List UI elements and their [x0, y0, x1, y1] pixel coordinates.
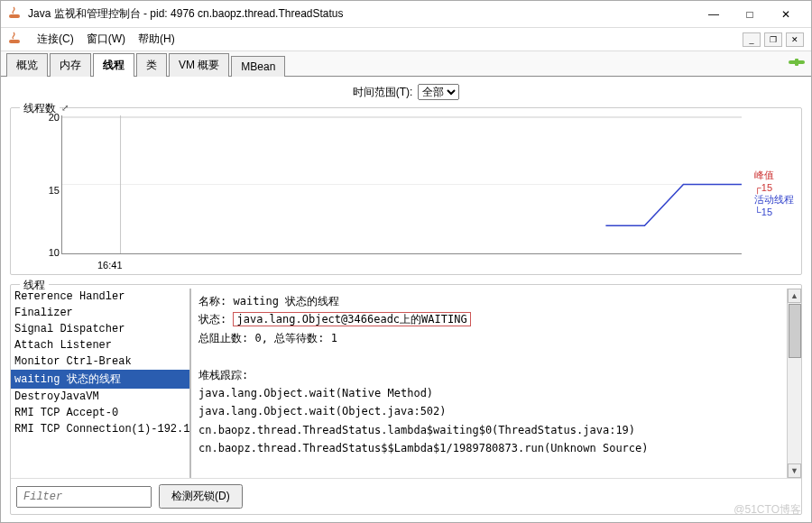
chart-area: 20 15 10 16:41 峰值 ┌15 活动线程	[61, 115, 742, 271]
time-range-bar: 时间范围(T): 全部	[1, 77, 811, 107]
content-area: 时间范围(T): 全部 线程数 ⤢ 20 15 10	[1, 77, 811, 522]
thread-list-item[interactable]: RMI TCP Connection(1)-192.168.	[11, 421, 189, 437]
detail-status-value: java.lang.Object@3466eadc上的WAITING	[233, 312, 470, 326]
mdi-minimize-button[interactable]: _	[743, 32, 761, 47]
peak-value: ┌15	[754, 182, 794, 193]
threads-panel-title: 线程	[20, 278, 49, 293]
stack-line: java.lang.Object.wait(Object.java:502)	[198, 402, 780, 420]
tab-threads[interactable]: 线程	[93, 53, 134, 77]
menu-connect[interactable]: 连接(C)	[37, 32, 74, 47]
x-tick: 16:41	[97, 260, 123, 271]
tab-mbean[interactable]: MBean	[231, 56, 285, 77]
y-axis: 20 15 10	[34, 115, 60, 254]
scroll-down-icon[interactable]: ▼	[788, 463, 801, 478]
threads-footer: 检测死锁(D)	[11, 478, 801, 514]
connection-status-icon	[788, 56, 806, 71]
time-range-select[interactable]: 全部	[418, 84, 459, 100]
main-window: Java 监视和管理控制台 - pid: 4976 cn.baopz.threa…	[0, 0, 812, 523]
menubar: 连接(C) 窗口(W) 帮助(H) _ ❐ ✕	[1, 28, 811, 51]
thread-list-item[interactable]: Signal Dispatcher	[11, 321, 189, 337]
mdi-restore-button[interactable]: ❐	[764, 32, 782, 47]
java-icon	[8, 31, 23, 48]
stack-line: java.lang.Object.wait(Native Method)	[198, 384, 780, 402]
mdi-close-button[interactable]: ✕	[786, 32, 804, 47]
live-label: 活动线程	[754, 193, 794, 206]
expand-icon[interactable]: ⤢	[61, 103, 69, 113]
close-button[interactable]: ✕	[768, 4, 804, 25]
detail-status-label: 状态:	[198, 313, 226, 326]
thread-detail: 名称: waiting 状态的线程状态: java.lang.Object@34…	[191, 289, 787, 478]
peak-label: 峰值	[754, 169, 794, 182]
mdi-buttons: _ ❐ ✕	[743, 32, 804, 47]
detail-wait-label: 总等待数:	[274, 332, 324, 344]
threads-panel: 线程 Reference HandlerFinalizerSignal Disp…	[10, 284, 802, 515]
thread-list-item[interactable]: DestroyJavaVM	[11, 389, 189, 405]
chart-plot[interactable]	[61, 115, 742, 254]
tab-classes[interactable]: 类	[136, 53, 167, 77]
tabbar: 概览 内存 线程 类 VM 概要 MBean	[1, 51, 811, 77]
stack-line: cn.baopz.thread.ThreadStatus.lambda$wait…	[198, 421, 780, 439]
thread-list-item[interactable]: waiting 状态的线程	[11, 370, 189, 389]
stack-label: 堆栈跟踪:	[198, 366, 780, 384]
tab-vm[interactable]: VM 概要	[169, 53, 229, 77]
detail-block-label: 总阻止数:	[198, 332, 248, 344]
thread-list[interactable]: Reference HandlerFinalizerSignal Dispatc…	[11, 289, 191, 478]
y-tick: 20	[49, 112, 60, 123]
minimize-button[interactable]: —	[696, 4, 732, 25]
menu-help[interactable]: 帮助(H)	[138, 32, 175, 47]
scroll-up-icon[interactable]: ▲	[788, 289, 801, 303]
thread-list-item[interactable]: Monitor Ctrl-Break	[11, 353, 189, 370]
y-tick: 15	[49, 185, 60, 196]
thread-count-chart: 线程数 ⤢ 20 15 10 16:41	[10, 107, 802, 275]
detail-wait-value: 1	[331, 332, 337, 344]
detail-name-label: 名称:	[198, 295, 226, 307]
tab-overview[interactable]: 概览	[6, 53, 48, 77]
titlebar: Java 监视和管理控制台 - pid: 4976 cn.baopz.threa…	[1, 1, 811, 28]
java-icon	[8, 5, 23, 23]
maximize-button[interactable]: □	[732, 4, 768, 25]
live-value: └15	[754, 206, 794, 217]
detail-scrollbar[interactable]: ▲ ▼	[787, 289, 801, 478]
menu-window[interactable]: 窗口(W)	[87, 32, 125, 47]
detail-block-value: 0,	[254, 332, 267, 344]
y-tick: 10	[49, 247, 60, 258]
detail-name-value: waiting 状态的线程	[233, 295, 339, 307]
thread-list-item[interactable]: RMI TCP Accept-0	[11, 405, 189, 421]
scroll-thumb[interactable]	[789, 304, 801, 358]
svg-rect-1	[795, 59, 798, 66]
thread-list-item[interactable]: Finalizer	[11, 305, 189, 321]
thread-list-item[interactable]: Attach Listener	[11, 337, 189, 353]
tab-memory[interactable]: 内存	[50, 53, 91, 77]
detect-deadlock-button[interactable]: 检测死锁(D)	[159, 484, 243, 509]
stack-line: cn.baopz.thread.ThreadStatus$$Lambda$1/1…	[198, 439, 780, 457]
window-title: Java 监视和管理控制台 - pid: 4976 cn.baopz.threa…	[28, 6, 696, 22]
chart-value-labels: 峰值 ┌15 活动线程 └15	[754, 169, 794, 217]
time-range-label: 时间范围(T):	[353, 85, 413, 100]
filter-input[interactable]	[16, 486, 152, 508]
